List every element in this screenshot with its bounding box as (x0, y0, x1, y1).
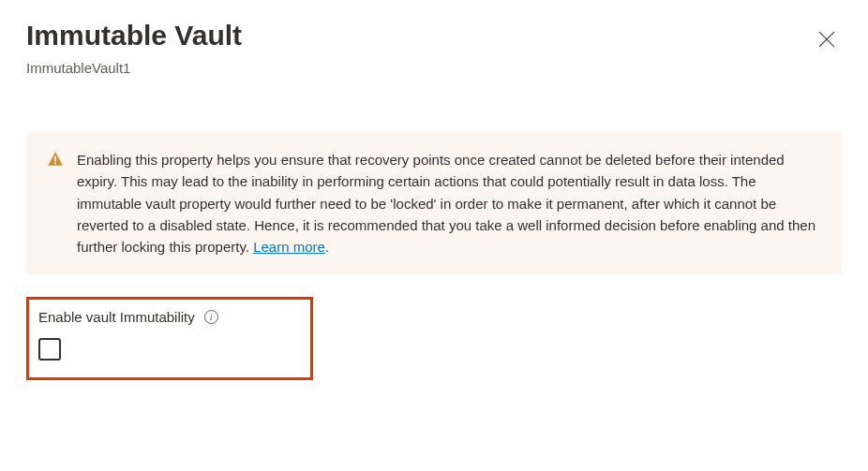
enable-immutability-section: Enable vault Immutability i (26, 297, 313, 380)
svg-rect-2 (54, 156, 56, 162)
warning-text: Enabling this property helps you ensure … (77, 149, 821, 258)
warning-banner: Enabling this property helps you ensure … (26, 132, 842, 274)
page-title: Immutable Vault (26, 19, 242, 52)
enable-immutability-label: Enable vault Immutability (38, 309, 195, 325)
enable-immutability-checkbox[interactable] (38, 338, 61, 361)
warning-icon (47, 151, 64, 168)
page-subtitle: ImmutableVault1 (26, 60, 842, 76)
close-icon (818, 31, 835, 48)
learn-more-link[interactable]: Learn more (253, 239, 325, 255)
warning-message: Enabling this property helps you ensure … (77, 152, 816, 255)
info-icon[interactable]: i (204, 310, 218, 324)
close-button[interactable] (812, 24, 842, 54)
svg-rect-3 (54, 162, 56, 164)
